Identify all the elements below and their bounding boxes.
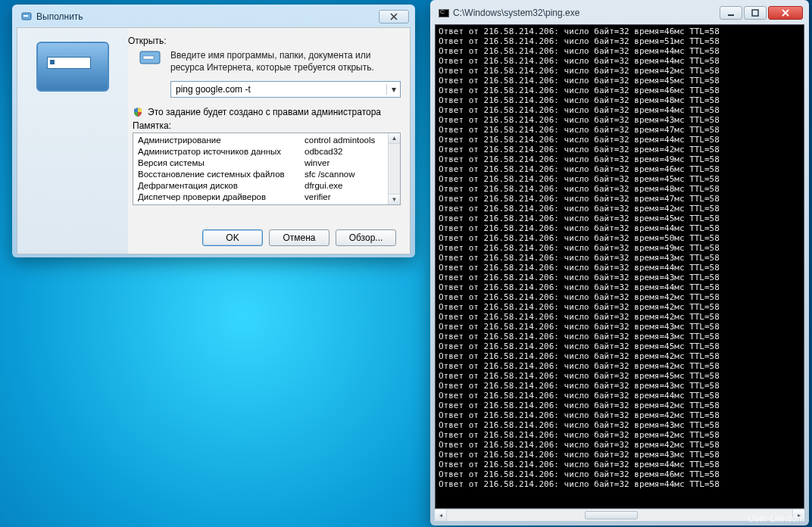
run-close-button[interactable] <box>379 10 409 23</box>
maximize-button[interactable] <box>744 6 767 20</box>
pametka-listbox[interactable]: Администрированиеcontrol admintools Адми… <box>133 133 401 205</box>
close-icon <box>781 9 790 17</box>
close-icon <box>390 13 398 20</box>
minimize-button[interactable] <box>720 6 742 20</box>
combo-dropdown-arrow[interactable]: ▾ <box>386 84 400 95</box>
list-item[interactable]: Диспетчер проверки драйверовverifier <box>133 192 388 203</box>
minimize-icon <box>727 9 735 17</box>
browse-button[interactable]: Обзор... <box>336 229 396 246</box>
run-right-panel: Открыть: Введите имя программы, папки, д… <box>128 28 410 254</box>
open-label: Открыть: <box>128 36 401 46</box>
shield-icon <box>133 107 143 117</box>
list-item[interactable]: Восстановление системных файловsfc /scan… <box>133 169 388 180</box>
run-title-icon <box>21 11 32 22</box>
open-hint-text: Введите имя программы, папки, документа … <box>170 50 374 73</box>
scroll-left-icon[interactable]: ◂ <box>435 510 447 521</box>
console-title: C:\Windows\system32\ping.exe <box>453 8 720 18</box>
svg-rect-3 <box>143 56 154 59</box>
run-dialog-window: Выполнить Открыть: Введите имя программы… <box>12 5 415 257</box>
list-item[interactable]: Дефрагментация дисковdfrgui.exe <box>133 180 388 192</box>
run-titlebar[interactable]: Выполнить <box>17 9 411 24</box>
scroll-up-icon[interactable]: ▲ <box>389 133 400 144</box>
run-title: Выполнить <box>36 11 379 22</box>
watermark: User-Life.com <box>748 513 804 524</box>
console-output[interactable]: Ответ от 216.58.214.206: число байт=32 в… <box>435 24 804 509</box>
button-row: OK Отмена Обзор... <box>128 223 401 254</box>
console-window: C:\Windows\system32\ping.exe Ответ от 21… <box>430 0 809 525</box>
pametka-scrollbar[interactable]: ▲ ▼ <box>388 133 400 204</box>
scroll-track[interactable] <box>447 510 792 521</box>
open-combobox[interactable]: ▾ <box>170 81 401 98</box>
ok-button[interactable]: OK <box>202 229 263 246</box>
console-titlebar[interactable]: C:\Windows\system32\ping.exe <box>435 5 804 21</box>
admin-note-text: Это задание будет создано с правами адми… <box>148 107 381 117</box>
run-hint-icon <box>139 49 163 67</box>
open-input[interactable] <box>171 84 386 95</box>
admin-note: Это задание будет создано с правами адми… <box>133 107 401 117</box>
run-body: Открыть: Введите имя программы, папки, д… <box>17 27 411 254</box>
run-icon <box>36 42 109 92</box>
svg-rect-5 <box>752 10 758 16</box>
console-close-button[interactable] <box>768 6 803 20</box>
console-title-icon <box>438 8 450 18</box>
list-item[interactable]: Администратор источников данныхodbcad32 <box>133 146 388 157</box>
svg-rect-4 <box>728 14 734 16</box>
cancel-button[interactable]: Отмена <box>269 229 329 246</box>
list-item[interactable]: Администрированиеcontrol admintools <box>133 135 388 146</box>
run-left-panel <box>17 28 128 254</box>
scroll-down-icon[interactable]: ▼ <box>389 194 400 204</box>
pametka-list: Администрированиеcontrol admintools Адми… <box>133 133 388 204</box>
open-hint: Введите имя программы, папки, документа … <box>128 49 401 73</box>
svg-rect-1 <box>23 15 28 17</box>
pametka-label: Памятка: <box>133 120 401 131</box>
maximize-icon <box>751 9 759 17</box>
scroll-thumb[interactable] <box>585 511 638 519</box>
list-item[interactable]: Версия системыwinver <box>133 157 388 169</box>
